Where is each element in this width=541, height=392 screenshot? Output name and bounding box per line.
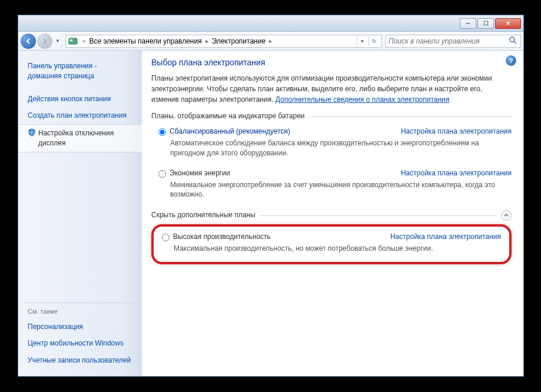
svg-point-2 (510, 37, 515, 42)
navbar: ▼ « Все элементы панели управления ▸ Эле… (18, 32, 523, 51)
forward-button[interactable] (37, 34, 52, 49)
highlighted-plan-box: Высокая производительность Настройка пла… (151, 224, 512, 264)
plan-name[interactable]: Высокая производительность (173, 232, 271, 241)
page-title: Выбор плана электропитания (151, 58, 512, 67)
breadcrumb[interactable]: « Все элементы панели управления ▸ Элект… (65, 35, 382, 48)
plan-radio-balanced[interactable] (158, 128, 166, 136)
nav-history-dropdown[interactable]: ▼ (54, 35, 62, 47)
minimize-button[interactable]: ─ (460, 18, 476, 29)
plan-high-performance: Высокая производительность Настройка пла… (162, 232, 501, 254)
sidebar-link-create-plan[interactable]: Создать план электропитания (18, 107, 142, 124)
help-icon[interactable]: ? (506, 55, 516, 66)
chevron-icon: « (82, 38, 86, 44)
plan-description: Минимальное энергопотребление за счет ум… (170, 180, 512, 200)
sidebar-link-user-accounts[interactable]: Учетные записи пользователей (18, 352, 142, 369)
plan-name[interactable]: Экономия энергии (170, 169, 230, 177)
plan-saver: Экономия энергии Настройка плана электро… (158, 169, 512, 200)
svg-line-3 (514, 41, 516, 44)
maximize-button[interactable]: ☐ (477, 18, 494, 29)
content-area: ? Выбор плана электропитания Планы элект… (142, 51, 523, 376)
plan-name[interactable]: Сбалансированный (рекомендуется) (170, 127, 290, 135)
collapse-button[interactable] (501, 210, 512, 221)
plan-settings-link[interactable]: Настройка плана электропитания (401, 127, 512, 135)
page-description: Планы электропитания используются для оп… (151, 73, 512, 105)
plan-radio-saver[interactable] (158, 170, 166, 178)
breadcrumb-dropdown[interactable]: ▾ (357, 36, 367, 46)
sidebar-home-link[interactable]: Панель управления - домашняя страница (18, 58, 142, 85)
refresh-button[interactable]: ↻ (369, 36, 379, 46)
sidebar-item-label: Настройка отключения дисплея (38, 128, 132, 148)
sidebar-link-power-buttons[interactable]: Действия кнопок питания (18, 91, 142, 108)
sidebar-link-mobility[interactable]: Центр мобильности Windows (18, 335, 142, 352)
search-icon[interactable] (509, 36, 518, 46)
sidebar: Панель управления - домашняя страница Де… (18, 51, 142, 376)
svg-rect-1 (70, 39, 72, 41)
group-title: Скрыть дополнительные планы (151, 211, 255, 219)
plan-description: Максимальная производительность, но може… (174, 244, 501, 254)
control-panel-window: ─ ☐ ✕ ▼ « Все элементы панели управления… (18, 15, 524, 377)
sidebar-see-also-title: См. также (18, 304, 142, 318)
close-button[interactable]: ✕ (495, 18, 521, 29)
chevron-right-icon: ▸ (269, 38, 272, 44)
plan-settings-link[interactable]: Настройка плана электропитания (390, 232, 501, 241)
search-input[interactable] (389, 37, 509, 45)
sidebar-link-personalization[interactable]: Персонализация (18, 318, 142, 335)
group-additional-plans: Скрыть дополнительные планы (151, 210, 512, 221)
group-battery-plans: Планы, отображаемые на индикаторе батаре… (151, 112, 512, 121)
breadcrumb-item[interactable]: Электропитание (211, 37, 267, 45)
sidebar-link-display-off[interactable]: Настройка отключения дисплея (18, 124, 142, 152)
chevron-right-icon: ▸ (205, 38, 208, 44)
group-title: Планы, отображаемые на индикаторе батаре… (151, 112, 305, 120)
back-button[interactable] (21, 34, 36, 49)
plan-settings-link[interactable]: Настройка плана электропитания (401, 169, 512, 177)
titlebar: ─ ☐ ✕ (18, 15, 523, 32)
plan-balanced: Сбалансированный (рекомендуется) Настрой… (158, 127, 512, 158)
breadcrumb-item[interactable]: Все элементы панели управления (88, 37, 203, 45)
shield-icon (28, 128, 36, 137)
search-box[interactable] (386, 35, 521, 48)
plan-description: Автоматическое соблюдение баланса между … (170, 138, 512, 158)
control-panel-icon (68, 36, 78, 46)
plan-radio-high[interactable] (162, 234, 170, 241)
more-info-link[interactable]: Дополнительные сведения о планах электро… (276, 95, 449, 104)
